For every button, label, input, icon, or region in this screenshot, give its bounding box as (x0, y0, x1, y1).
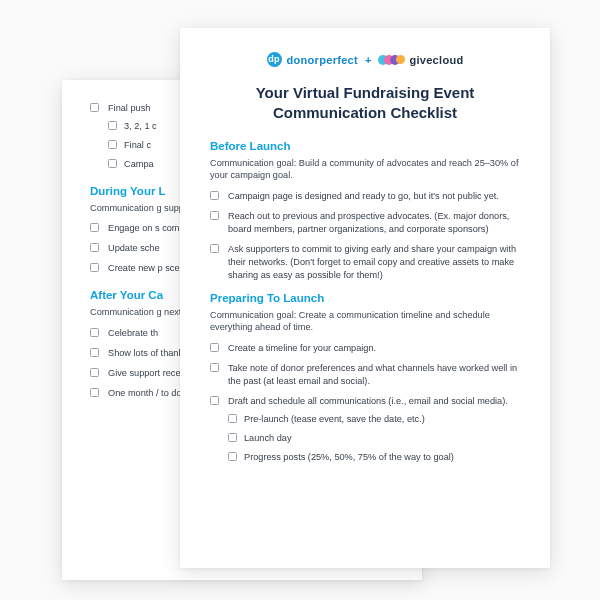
preparing-list: Create a timeline for your campaign. Tak… (210, 342, 520, 463)
item-text: Celebrate th (108, 328, 158, 338)
item-text: Ask supporters to commit to giving early… (228, 244, 516, 280)
item-text: Final push (108, 103, 150, 113)
brand-dp-text: donorperfect (287, 54, 358, 66)
item-text: Campa (124, 159, 154, 169)
before-launch-list: Campaign page is designed and ready to g… (210, 190, 520, 281)
item-text: Pre-launch (tease event, save the date, … (244, 414, 425, 424)
checklist-item: Draft and schedule all communications (i… (210, 395, 520, 464)
brand-gc-text: givecloud (409, 54, 463, 66)
item-text: Draft and schedule all communications (i… (228, 396, 508, 406)
logo-row: dp donorperfect + givecloud (210, 52, 520, 67)
item-text: Campaign page is designed and ready to g… (228, 191, 499, 201)
item-text: Reach out to previous and prospective ad… (228, 211, 509, 234)
section-blurb: Communication goal: Create a communicati… (210, 309, 520, 335)
page-title: Your Virtual Fundraising Event Communica… (210, 83, 520, 124)
checklist-item: Create a timeline for your campaign. (210, 342, 520, 355)
checklist-item: Take note of donor preferences and what … (210, 362, 520, 388)
checklist-subitem: Launch day (228, 432, 520, 445)
checklist-item: Campaign page is designed and ready to g… (210, 190, 520, 203)
page-front: dp donorperfect + givecloud Your Virtual… (180, 28, 550, 568)
checklist-subitem: Progress posts (25%, 50%, 75% of the way… (228, 451, 520, 464)
item-text: Progress posts (25%, 50%, 75% of the way… (244, 452, 454, 462)
donorperfect-logo-icon: dp (267, 52, 282, 67)
plus-icon: + (365, 54, 371, 66)
brand-donorperfect: dp donorperfect (267, 52, 358, 67)
givecloud-logo-icon (378, 53, 404, 67)
section-heading-before-launch: Before Launch (210, 140, 520, 152)
item-text: Final c (124, 140, 151, 150)
item-text: Launch day (244, 433, 292, 443)
section-heading-preparing: Preparing To Launch (210, 292, 520, 304)
preparing-sublist: Pre-launch (tease event, save the date, … (228, 413, 520, 464)
checklist-item: Reach out to previous and prospective ad… (210, 210, 520, 236)
section-blurb: Communication goal: Build a community of… (210, 157, 520, 183)
item-text: 3, 2, 1 c (124, 121, 157, 131)
brand-givecloud: givecloud (378, 53, 463, 67)
item-text: Create a timeline for your campaign. (228, 343, 376, 353)
item-text: Take note of donor preferences and what … (228, 363, 517, 386)
checklist-subitem: Pre-launch (tease event, save the date, … (228, 413, 520, 426)
item-text: Update sche (108, 243, 160, 253)
checklist-item: Ask supporters to commit to giving early… (210, 243, 520, 282)
